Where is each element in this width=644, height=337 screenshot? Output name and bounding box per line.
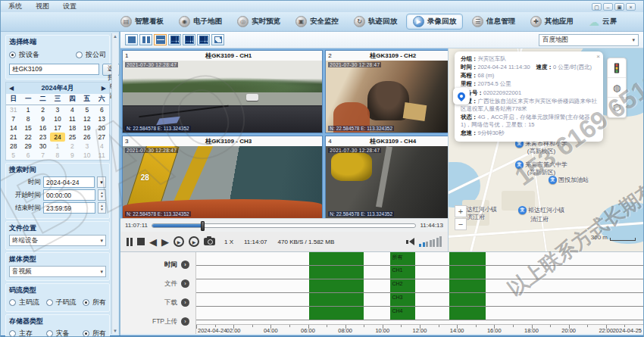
calendar-day[interactable]: 7 [36, 151, 50, 160]
volume-slider[interactable] [419, 236, 442, 247]
recording-segment[interactable] [309, 279, 364, 292]
nav-item-9[interactable]: ☁云屏 [583, 14, 623, 30]
timeline-section-2[interactable]: 文件› [127, 279, 189, 289]
video-cell-ch1[interactable]: 1桂GK3109 - CH12021-07-30 12:28:47N: 22.5… [122, 50, 323, 133]
recording-segment[interactable] [309, 307, 364, 320]
snapshot-icon[interactable] [204, 238, 215, 245]
expand-arrow-icon[interactable]: › [181, 317, 189, 326]
calendar-day[interactable]: 21 [6, 133, 20, 142]
pause-button[interactable] [127, 238, 133, 246]
zoom-in-button[interactable]: + [455, 205, 467, 217]
satellite-icon[interactable]: ◍ [608, 78, 626, 98]
zoom-out-button[interactable]: − [455, 218, 467, 230]
fast-play-icon[interactable]: ▶ [189, 236, 199, 247]
restore-button[interactable]: ▢ [592, 3, 602, 11]
video-cell-ch2[interactable]: 2桂GK3109 - CH22021-07-30 12:28:47N: 22.5… [325, 50, 449, 133]
close-button[interactable]: × [626, 3, 636, 11]
timeline-track-CH1[interactable]: CH1 [196, 266, 643, 279]
calendar-day[interactable]: 11 [65, 114, 80, 123]
close-icon[interactable]: × [596, 53, 600, 61]
end-time-input[interactable]: 23:59:59 [43, 202, 95, 214]
recording-segment[interactable] [309, 266, 364, 279]
speaker-icon[interactable] [409, 238, 414, 245]
calendar-day-selected[interactable]: 24 [50, 133, 64, 142]
stream-type-radio-3[interactable]: 所有 [83, 298, 106, 307]
calendar-day[interactable]: 16 [36, 123, 50, 133]
calendar-day[interactable]: 11 [95, 151, 109, 160]
nav-item-1[interactable]: ▤智慧看板 [114, 14, 170, 29]
storage-type-radio-3[interactable]: 所有 [83, 329, 106, 337]
calendar-day[interactable]: 10 [50, 114, 64, 123]
recording-segment[interactable] [309, 293, 364, 306]
layout-six-icon[interactable] [168, 34, 181, 45]
nav-item-8[interactable]: ✚其他应用 [524, 14, 580, 29]
timeline-grid[interactable]: 所有CH1CH2CH3CH4 2024-04-2402:0004:0006:00… [196, 252, 643, 334]
calendar-day[interactable]: 14 [6, 123, 20, 133]
media-type-select[interactable]: 音视频▾ [9, 266, 106, 277]
maximize-button[interactable]: ▣ [614, 3, 624, 11]
3d-icon[interactable]: ⬡ [608, 98, 626, 117]
terminal-search-input[interactable] [9, 64, 99, 75]
calendar-day[interactable]: 2 [36, 105, 50, 115]
menu-system[interactable]: 系统 [8, 2, 22, 11]
nav-item-4[interactable]: ▣安全监控 [289, 14, 345, 29]
calendar-day[interactable]: 12 [80, 114, 94, 123]
layout-fullscreen-icon[interactable] [211, 34, 224, 45]
time-spinner[interactable]: ▲▼ [98, 189, 106, 201]
nav-item-7[interactable]: ☰信息管理 [466, 14, 521, 29]
calendar-day[interactable]: 6 [95, 105, 109, 115]
map-provider-select[interactable]: 百度地图▾ [539, 34, 639, 46]
date-select[interactable]: 2024-04-24 [43, 176, 95, 188]
timeline-track-CH2[interactable]: CH2 [196, 279, 643, 293]
timeline-track-CH4[interactable]: CH4 [196, 307, 643, 320]
calendar-day[interactable]: 6 [20, 151, 35, 160]
calendar-day[interactable]: 4 [95, 142, 109, 151]
chevron-down-icon[interactable]: ▾ [97, 176, 106, 188]
calendar-day[interactable]: 20 [95, 123, 109, 133]
calendar-day[interactable]: 18 [65, 123, 80, 133]
radio-by-company[interactable]: 按公司 [76, 50, 106, 60]
scroll-up-icon[interactable]: ▲ [113, 34, 117, 39]
recording-segment[interactable] [449, 252, 486, 265]
video-cell-ch4[interactable]: 4桂GK3109 - CH42021-07-30 12:28:47N: 22.5… [325, 136, 449, 219]
sidebar-scrollbar[interactable]: ▲▼ [111, 33, 118, 334]
calendar-day[interactable]: 8 [20, 114, 35, 123]
stream-type-radio-2[interactable]: 子码流 [46, 298, 77, 307]
calendar-day[interactable]: 2 [65, 142, 80, 151]
calendar-day[interactable]: 3 [80, 142, 94, 151]
calendar-day[interactable]: 29 [20, 142, 35, 151]
timeline-section-1[interactable]: 时间› [127, 261, 189, 270]
timeline-track-CH3[interactable]: CH3 [196, 293, 643, 307]
stop-button[interactable] [137, 238, 145, 245]
timeline-track-所有[interactable]: 所有 [196, 252, 643, 266]
calendar-day[interactable]: 9 [36, 114, 50, 123]
calendar-day[interactable]: 27 [95, 133, 109, 142]
layout-nine-icon[interactable] [197, 34, 210, 45]
calendar-day[interactable]: 5 [80, 105, 94, 115]
play-button[interactable]: ▶ [161, 237, 169, 247]
locate-pin-button[interactable] [453, 88, 470, 105]
layout-eight-icon[interactable] [183, 34, 195, 45]
nav-item-6[interactable]: ▶录像回放 [406, 14, 463, 30]
expand-arrow-icon[interactable]: › [181, 298, 189, 307]
nav-item-5[interactable]: ↻轨迹回放 [348, 14, 403, 29]
scroll-down-icon[interactable]: ▼ [113, 329, 117, 333]
seek-track[interactable] [152, 223, 417, 228]
recording-segment[interactable] [449, 266, 486, 279]
calendar-day[interactable]: 15 [20, 123, 35, 133]
recording-segment[interactable] [309, 252, 364, 265]
minimize-button[interactable]: – [603, 3, 613, 11]
calendar-day[interactable]: 25 [65, 133, 80, 142]
calendar-day[interactable]: 9 [65, 151, 80, 160]
calendar-day[interactable]: 30 [36, 142, 50, 151]
storage-type-radio-1[interactable]: 主存 [9, 329, 33, 337]
calendar-day[interactable]: 23 [36, 133, 50, 142]
traffic-icon[interactable]: 🚦 [608, 58, 626, 78]
file-location-select[interactable]: 终端设备▾ [9, 235, 106, 246]
recording-segment[interactable] [449, 279, 486, 292]
calendar-day[interactable]: 19 [80, 123, 94, 133]
layout-single-icon[interactable] [125, 34, 138, 45]
calendar-day[interactable]: 7 [6, 114, 20, 123]
time-spinner[interactable]: ▲▼ [98, 202, 106, 214]
menu-view[interactable]: 视图 [36, 2, 49, 11]
